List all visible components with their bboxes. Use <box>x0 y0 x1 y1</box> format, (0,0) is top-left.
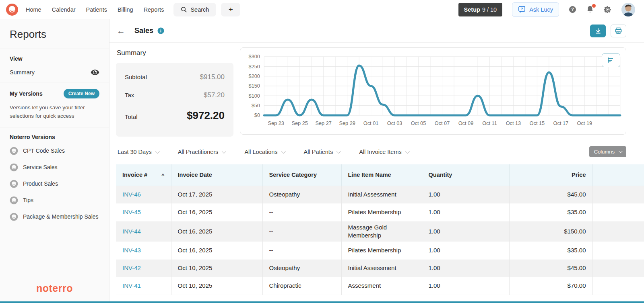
summary-heading: Summary <box>117 49 233 57</box>
notifications-button[interactable] <box>586 5 594 14</box>
cell-discount <box>592 186 644 203</box>
primary-nav: Home Calendar Patients Billing Reports <box>26 6 164 13</box>
cell-discount <box>592 277 644 295</box>
svg-text:Oct 07: Oct 07 <box>435 121 450 126</box>
version-logo-icon <box>10 213 18 221</box>
sort-asc-icon[interactable]: ^ <box>161 172 165 178</box>
noterro-version-item[interactable]: CPT Code Sales <box>10 143 99 159</box>
create-new-button[interactable]: Create New <box>64 89 99 98</box>
download-report-button[interactable] <box>590 25 606 37</box>
cell-discount <box>592 221 644 242</box>
nav-home[interactable]: Home <box>26 6 41 13</box>
filter-label: Last 30 Days <box>118 149 152 155</box>
bar-chart-icon <box>607 57 615 63</box>
cell-price: $35.00 <box>509 203 592 221</box>
add-button[interactable]: + <box>221 3 240 16</box>
svg-text:$100: $100 <box>249 93 260 99</box>
user-avatar[interactable] <box>621 3 635 16</box>
settings-button[interactable] <box>604 6 612 14</box>
table-row: INV-42Oct 10, 2025OsteopathyInitial Asse… <box>116 260 644 277</box>
columns-button[interactable]: Columns <box>589 146 626 157</box>
column-header-quantity[interactable]: Quantity <box>422 164 509 186</box>
locations-filter[interactable]: All Locations <box>244 149 284 155</box>
sidebar-title: Reports <box>0 28 109 49</box>
svg-text:Oct 19: Oct 19 <box>577 121 592 126</box>
noterro-version-item[interactable]: Service Sales <box>10 159 99 176</box>
svg-text:$0: $0 <box>254 113 260 119</box>
cell-invoice-: INV-45 <box>116 203 171 221</box>
column-header-invoice-[interactable]: Invoice #^ <box>116 164 171 186</box>
cell-line-item-name: Initial Assessment <box>341 186 422 203</box>
setup-progress: 9 / 10 <box>482 6 497 13</box>
noterro-version-item[interactable]: Product Sales <box>10 176 99 192</box>
avatar-photo <box>621 3 635 16</box>
setup-button[interactable]: Setup 9 / 10 <box>458 3 503 16</box>
invoice-link[interactable]: INV-41 <box>122 282 141 289</box>
cell-discount <box>592 203 644 221</box>
cell-invoice-: INV-41 <box>116 277 171 295</box>
subtotal-value: $915.00 <box>200 73 225 81</box>
cell-invoice-date: Oct 10, 2025 <box>171 260 262 277</box>
noterro-logo-icon[interactable] <box>6 3 19 16</box>
cell-invoice-: INV-43 <box>116 242 171 260</box>
nav-reports[interactable]: Reports <box>144 6 164 13</box>
eye-icon[interactable] <box>91 69 99 76</box>
sidebar-item-summary[interactable]: Summary <box>10 69 99 76</box>
cell-price: $35.00 <box>509 242 592 260</box>
search-icon <box>181 6 187 12</box>
cell-invoice-: INV-44 <box>116 221 171 242</box>
noterro-version-item[interactable]: Package & Membership Sales <box>10 209 99 225</box>
chart-type-toggle-button[interactable] <box>602 53 620 67</box>
tax-label: Tax <box>125 92 134 98</box>
cell-line-item-name: Assessment <box>341 277 422 295</box>
column-header-service-category[interactable]: Service Category <box>262 164 341 186</box>
nav-calendar[interactable]: Calendar <box>52 6 76 13</box>
nav-billing[interactable]: Billing <box>118 6 133 13</box>
cell-invoice-date: Oct 17, 2025 <box>171 186 262 203</box>
sales-chart-card: $0$50$100$150$200$250$300Sep 23Sep 25Sep… <box>240 47 626 135</box>
cell-discount <box>592 242 644 260</box>
cell-invoice-date: Oct 16, 2025 <box>171 242 262 260</box>
noterro-versions-list: CPT Code Sales Service Sales Product Sal… <box>10 143 99 225</box>
column-header-discount[interactable]: Discount <box>592 164 644 186</box>
bottom-accent-bar <box>0 301 644 303</box>
cell-service-category: Chiropractic <box>262 277 341 295</box>
invoice-link[interactable]: INV-42 <box>122 264 141 271</box>
svg-text:$300: $300 <box>249 54 260 60</box>
sales-table-container: Invoice #^Invoice DateService CategoryLi… <box>109 164 644 295</box>
column-header-line-item-name[interactable]: Line Item Name <box>341 164 422 186</box>
print-report-button[interactable] <box>611 25 626 37</box>
help-button[interactable]: ? <box>569 6 576 13</box>
search-button[interactable]: Search <box>173 3 216 16</box>
invoice-link[interactable]: INV-45 <box>122 209 141 215</box>
patients-filter[interactable]: All Patients <box>304 149 340 155</box>
version-logo-icon <box>10 163 18 172</box>
cell-service-category: Osteopathy <box>262 260 341 277</box>
invoice-items-filter[interactable]: All Invoice Items <box>359 149 409 155</box>
nav-patients[interactable]: Patients <box>86 6 107 13</box>
sales-table: Invoice #^Invoice DateService CategoryLi… <box>116 164 644 295</box>
date-range-filter[interactable]: Last 30 Days <box>118 149 159 155</box>
back-button[interactable]: ← <box>117 26 129 36</box>
column-header-invoice-date[interactable]: Invoice Date <box>171 164 262 186</box>
cell-price: $45.00 <box>509 260 592 277</box>
svg-text:$250: $250 <box>249 64 260 70</box>
info-icon[interactable] <box>157 27 164 34</box>
column-header-price[interactable]: Price <box>509 164 592 186</box>
svg-text:$150: $150 <box>249 84 260 89</box>
invoice-link[interactable]: INV-46 <box>122 191 141 198</box>
invoice-link[interactable]: INV-44 <box>122 228 141 235</box>
cell-price: $70.00 <box>509 277 592 295</box>
noterro-version-item[interactable]: Tips <box>10 192 99 209</box>
practitioners-filter[interactable]: All Practitioners <box>178 149 225 155</box>
invoice-link[interactable]: INV-43 <box>122 247 141 254</box>
cell-invoice-date: Oct 16, 2025 <box>171 221 262 242</box>
noterro-wordmark: noterro <box>0 283 109 294</box>
reports-sidebar: Reports View Summary My Versions Create … <box>0 19 109 301</box>
cell-service-category: Osteopathy <box>262 186 341 203</box>
chevron-down-icon <box>281 149 285 153</box>
filter-label: All Practitioners <box>178 149 219 155</box>
ask-lucy-label: Ask Lucy <box>529 6 553 13</box>
ask-lucy-button[interactable]: ? Ask Lucy <box>512 2 559 17</box>
cell-invoice-date: Oct 10, 2025 <box>171 277 262 295</box>
